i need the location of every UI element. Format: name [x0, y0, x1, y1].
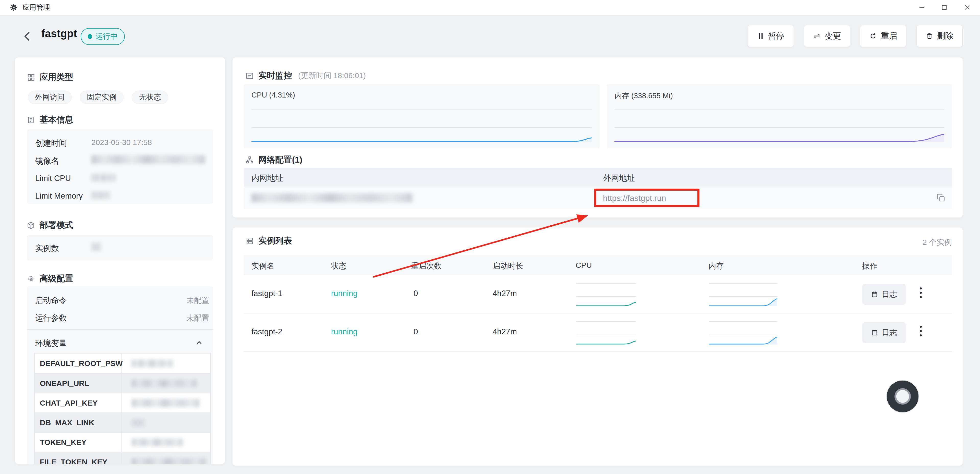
monitor-chart-icon [246, 72, 254, 80]
section-app-type: 应用类型 [27, 72, 73, 83]
env-row: FILE_TOKEN_KEY [35, 452, 210, 464]
window-titlebar: 应用管理 [0, 0, 980, 15]
monitor-update-time: (更新时间 18:06:01) [298, 70, 366, 81]
network-table-header: 内网地址 外网地址 [244, 168, 952, 186]
env-value-redacted [132, 458, 206, 464]
status-badge: 运行中 [81, 28, 125, 45]
instance-uptime: 4h27m [493, 327, 517, 336]
instance-count-redacted [91, 243, 101, 251]
env-row: DB_MAX_LINK [35, 412, 210, 432]
advanced-config-panel: 启动命令 未配置 运行参数 未配置 环境变量 DEFAULT_ROOT_PSW … [27, 286, 213, 464]
instance-table-header: 实例名 状态 重启次数 启动时长 CPU 内存 操作 [244, 255, 952, 275]
tag-stateless: 无状态 [132, 91, 168, 104]
limit-cpu-redacted [91, 174, 116, 181]
section-advanced-config: 高级配置 [27, 273, 73, 284]
instance-name: fastgpt-1 [251, 289, 282, 298]
env-value-redacted [132, 399, 199, 407]
start-command-value: 未配置 [158, 295, 209, 306]
basic-info-panel: 创建时间 2023-05-30 17:58 镜像名 Limit CPU Limi… [27, 129, 213, 204]
instance-status: running [331, 327, 357, 336]
instance-restarts: 0 [414, 327, 418, 336]
log-icon [871, 329, 878, 336]
section-realtime-monitor: 实时监控 (更新时间 18:06:01) [246, 70, 366, 81]
cursor-indicator-inner [894, 388, 911, 404]
mem-chart [607, 84, 952, 148]
limit-memory-redacted [91, 191, 110, 199]
tag-fixed-instance: 固定实例 [80, 91, 124, 104]
instance-row: fastgpt-2 running 0 4h27m 日志 [244, 313, 952, 352]
log-button[interactable]: 日志 [862, 284, 906, 305]
instances-card: 实例列表 2 个实例 实例名 状态 重启次数 启动时长 CPU 内存 操作 fa… [232, 227, 963, 466]
env-row: TOKEN_KEY [35, 432, 210, 452]
change-button[interactable]: 变更 [804, 25, 850, 47]
trash-icon [926, 32, 933, 40]
env-row: CHAT_API_KEY [35, 393, 210, 412]
col-internal-address: 内网地址 [251, 173, 283, 183]
env-value-redacted [132, 380, 197, 387]
image-name-redacted [91, 155, 205, 164]
section-basic-info: 基本信息 [27, 114, 73, 126]
restart-button[interactable]: 重启 [860, 25, 906, 47]
env-vars-table: DEFAULT_ROOT_PSW ONEAPI_URL CHAT_API_KEY… [34, 353, 211, 464]
mem-chart-panel: 内存 (338.655 Mi) [607, 84, 952, 148]
minimize-button[interactable] [918, 3, 926, 11]
env-vars-title: 环境变量 [35, 338, 67, 349]
env-value-redacted [132, 419, 145, 426]
network-icon [246, 156, 254, 164]
col-external-address: 外网地址 [603, 173, 635, 183]
instance-count: 2 个实例 [923, 237, 952, 248]
pause-button[interactable]: 暂停 [748, 25, 794, 47]
app-logo-icon [10, 3, 18, 11]
tag-external-access: 外网访问 [28, 91, 72, 104]
window-title: 应用管理 [22, 0, 50, 15]
cpu-chart-panel: CPU (4.31%) [244, 84, 600, 148]
maximize-button[interactable] [940, 3, 948, 11]
env-value-redacted [132, 359, 173, 367]
swap-arrows-icon [813, 32, 821, 40]
external-url[interactable]: https://fastgpt.run [603, 194, 666, 203]
monitor-card: 实时监控 (更新时间 18:06:01) CPU (4.31%) 内存 (338… [232, 57, 963, 218]
instance-mem-sparkline [708, 281, 778, 313]
network-table-row: https://fastgpt.run [244, 186, 952, 209]
instance-mem-sparkline [708, 319, 778, 351]
env-row: ONEAPI_URL [35, 373, 210, 393]
instance-name: fastgpt-2 [251, 327, 282, 336]
status-dot-icon [88, 34, 92, 39]
section-network-config: 网络配置(1) [246, 154, 302, 165]
section-deploy-mode: 部署模式 [27, 220, 73, 231]
deploy-mode-panel: 实例数 [27, 235, 213, 260]
instance-cpu-sparkline [576, 281, 636, 313]
instance-cpu-sparkline [576, 319, 636, 351]
instance-restarts: 0 [414, 289, 418, 298]
app-detail-sidebar: 应用类型 外网访问 固定实例 无状态 基本信息 创建时间 2023-05-30 … [15, 57, 225, 464]
internal-address-redacted [251, 193, 412, 202]
copy-icon[interactable] [936, 193, 946, 203]
section-instance-list: 实例列表 [246, 235, 292, 247]
pause-icon [757, 32, 764, 40]
grid-icon [27, 73, 35, 81]
more-actions-button[interactable] [920, 326, 922, 336]
run-args-value: 未配置 [158, 313, 209, 323]
instance-row: fastgpt-1 running 0 4h27m 日志 [244, 275, 952, 313]
close-button[interactable] [963, 3, 971, 11]
gear-icon [27, 275, 35, 283]
instance-status: running [331, 289, 357, 298]
chevron-up-icon[interactable] [195, 339, 203, 347]
create-time-value: 2023-05-30 17:58 [91, 138, 152, 147]
instance-list-icon [246, 237, 254, 245]
cube-icon [27, 221, 35, 229]
page-title: fastgpt [41, 27, 77, 40]
log-button[interactable]: 日志 [862, 322, 906, 343]
more-actions-button[interactable] [920, 288, 922, 298]
restart-icon [869, 32, 877, 40]
env-value-redacted [132, 439, 183, 446]
instance-uptime: 4h27m [493, 289, 517, 298]
env-row: DEFAULT_ROOT_PSW [35, 353, 210, 373]
log-icon [871, 291, 878, 298]
back-button[interactable] [21, 30, 34, 42]
delete-button[interactable]: 删除 [916, 25, 963, 47]
cpu-chart [244, 84, 600, 148]
document-icon [27, 116, 35, 124]
